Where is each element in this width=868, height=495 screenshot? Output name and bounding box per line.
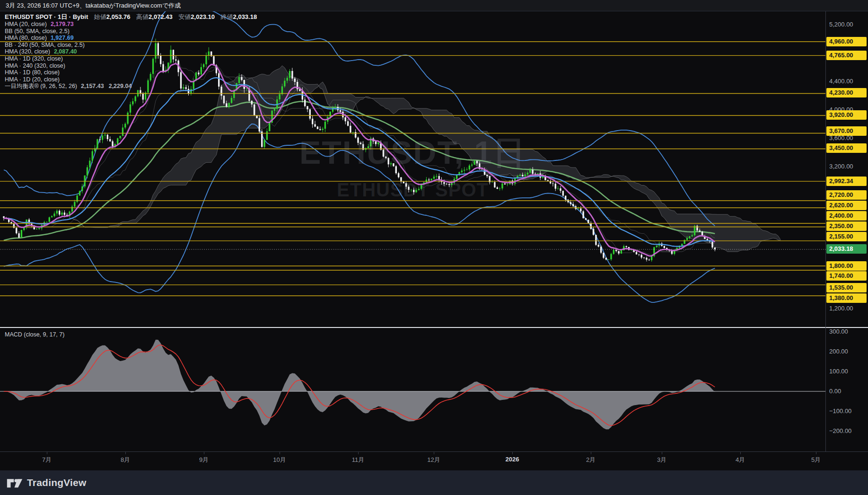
pane-separator[interactable] xyxy=(0,327,868,328)
indicator-label: HMA (80, close) xyxy=(5,35,47,41)
price-level-label: 2,992.34 xyxy=(826,177,867,186)
tradingview-snapshot: 3月 23, 2026 16:07 UTC+9、takatabaがTrading… xyxy=(0,0,868,495)
indicator-legend: ETHUSDT SPOT · 1日 · Bybit 始値2,053.76 高値2… xyxy=(5,13,257,90)
symbol-legend-row[interactable]: ETHUSDT SPOT · 1日 · Bybit 始値2,053.76 高値2… xyxy=(5,13,257,21)
indicator-value: 2,229.04 xyxy=(109,83,132,89)
high-value: 2,072.43 xyxy=(149,13,173,20)
indicator-label: BB · 240 (50, SMA, close, 2.5) xyxy=(5,42,85,48)
price-level-label: 3,920.00 xyxy=(826,110,867,120)
indicator-row[interactable]: HMA (80, close)1,927.69 xyxy=(5,35,257,42)
tradingview-logo[interactable] xyxy=(7,477,23,489)
month-tick xyxy=(740,452,741,454)
indicator-row[interactable]: BB (50, SMA, close, 2.5) xyxy=(5,28,257,35)
open-label: 始値 xyxy=(94,13,106,20)
time-axis-label: 9月 xyxy=(199,456,209,464)
time-axis-label: 7月 xyxy=(42,456,52,464)
price-level-label: 4,960.00 xyxy=(826,37,867,46)
indicator-value: 2,087.40 xyxy=(54,48,77,55)
time-axis-label: 11月 xyxy=(352,456,365,464)
low-label: 安値 xyxy=(178,13,191,20)
price-level-label: 2,720.00 xyxy=(826,190,867,200)
time-axis-label: 2026 xyxy=(506,456,519,463)
price-level-label: 2,620.00 xyxy=(826,201,867,210)
indicator-value: 2,179.73 xyxy=(51,21,74,27)
price-level-label: 4,765.00 xyxy=(826,51,867,60)
indicator-label: 一目均衡表® (9, 26, 52, 26) xyxy=(5,83,77,89)
month-tick xyxy=(434,452,434,454)
time-axis-label: 4月 xyxy=(736,456,745,464)
price-level-label: 2,350.00 xyxy=(826,221,867,231)
indicator-row[interactable]: HMA · 240 (320, close) xyxy=(5,62,257,70)
price-scale-border xyxy=(825,11,826,451)
indicator-rows: HMA (20, close)2,179.73BB (50, SMA, clos… xyxy=(5,21,257,90)
indicator-label: HMA · 240 (320, close) xyxy=(5,62,65,69)
scale-tick-label: 0.00 xyxy=(829,387,841,396)
price-level-label: 2,155.00 xyxy=(826,232,867,241)
indicator-value: 1,927.69 xyxy=(51,35,74,41)
time-axis-label: 10月 xyxy=(273,456,286,464)
hma80-line xyxy=(4,78,715,246)
high-label: 高値 xyxy=(136,13,149,20)
indicator-row[interactable]: HMA · 1D (80, close) xyxy=(5,69,257,76)
macd-label: MACD (close, 9, 17, 7) xyxy=(5,331,64,338)
macd-pane[interactable] xyxy=(0,327,825,451)
scale-tick-label: 3,200.00 xyxy=(829,162,853,171)
month-tick xyxy=(512,452,513,454)
time-axis-label: 8月 xyxy=(121,456,130,464)
price-level-label: 4,230.00 xyxy=(826,88,867,97)
tradingview-wordmark[interactable]: TradingView xyxy=(27,477,87,488)
month-tick xyxy=(280,452,280,454)
month-tick xyxy=(204,452,204,454)
scale-tick-label: 300.00 xyxy=(829,327,848,336)
close-value: 2,033.18 xyxy=(233,13,257,20)
scale-tick-label: 1,200.00 xyxy=(829,304,853,313)
indicator-label: HMA (320, close) xyxy=(5,48,50,55)
month-tick xyxy=(662,452,662,454)
open-value: 2,053.76 xyxy=(106,13,131,20)
indicator-row[interactable]: BB · 240 (50, SMA, close, 2.5) xyxy=(5,42,257,49)
macd-legend[interactable]: MACD (close, 9, 17, 7) xyxy=(5,331,64,338)
scale-tick-label: 200.00 xyxy=(829,347,848,356)
indicator-row[interactable]: HMA (320, close)2,087.40 xyxy=(5,48,257,55)
indicator-row[interactable]: HMA · 1D (20, close) xyxy=(5,76,257,83)
price-level-label: 1,535.00 xyxy=(826,283,867,292)
symbol-title: ETHUSDT SPOT · 1日 · Bybit xyxy=(5,13,88,20)
month-tick xyxy=(591,452,591,454)
indicator-label: HMA · 1D (20, close) xyxy=(5,76,60,83)
current-price-label: 2,033.18 xyxy=(826,244,867,254)
scale-tick-label: 4,400.00 xyxy=(829,77,853,86)
price-level-label: 1,800.00 xyxy=(826,261,867,271)
price-level-label: 3,450.00 xyxy=(826,143,867,153)
price-level-label: 3,670.00 xyxy=(826,126,867,136)
indicator-label: HMA · 1D (320, close) xyxy=(5,55,63,62)
indicator-row[interactable]: 一目均衡表® (9, 26, 52, 26)2,157.432,229.04 xyxy=(5,83,257,90)
scale-tick-label: −100.00 xyxy=(829,407,851,415)
indicator-row[interactable]: HMA · 1D (320, close) xyxy=(5,55,257,62)
time-axis-label: 5月 xyxy=(811,456,821,464)
scale-tick-label: −200.00 xyxy=(829,427,851,435)
time-axis-label: 3月 xyxy=(657,456,666,464)
snapshot-header: 3月 23, 2026 16:07 UTC+9、takatabaがTrading… xyxy=(0,0,868,11)
month-tick xyxy=(47,452,47,454)
price-level-label: 2,400.00 xyxy=(826,211,867,221)
price-scale[interactable]: 5,200.004,800.004,400.004,000.003,600.00… xyxy=(825,0,868,495)
month-tick xyxy=(816,452,816,454)
axis-separator xyxy=(0,451,868,452)
indicator-value: 2,157.43 xyxy=(81,83,104,89)
month-tick xyxy=(358,452,359,454)
indicator-row[interactable]: HMA (20, close)2,179.73 xyxy=(5,21,257,28)
snapshot-attribution-text: 3月 23, 2026 16:07 UTC+9、takatabaがTrading… xyxy=(6,2,181,9)
time-axis-label: 12月 xyxy=(427,456,440,464)
indicator-label: HMA · 1D (80, close) xyxy=(5,69,60,76)
macd-area xyxy=(4,340,715,430)
price-level-label: 1,380.00 xyxy=(826,293,867,303)
footer-bar: TradingView xyxy=(0,470,868,495)
time-axis[interactable]: 7月8月9月10月11月12月20262月3月4月5月 xyxy=(0,452,868,470)
price-level-label: 1,740.00 xyxy=(826,271,867,281)
indicator-label: BB (50, SMA, close, 2.5) xyxy=(5,28,70,35)
scale-tick-label: 100.00 xyxy=(829,367,848,376)
indicator-label: HMA (20, close) xyxy=(5,21,47,27)
close-label: 終値 xyxy=(221,13,233,20)
time-axis-label: 2月 xyxy=(586,456,596,464)
scale-tick-label: 5,200.00 xyxy=(829,20,853,29)
